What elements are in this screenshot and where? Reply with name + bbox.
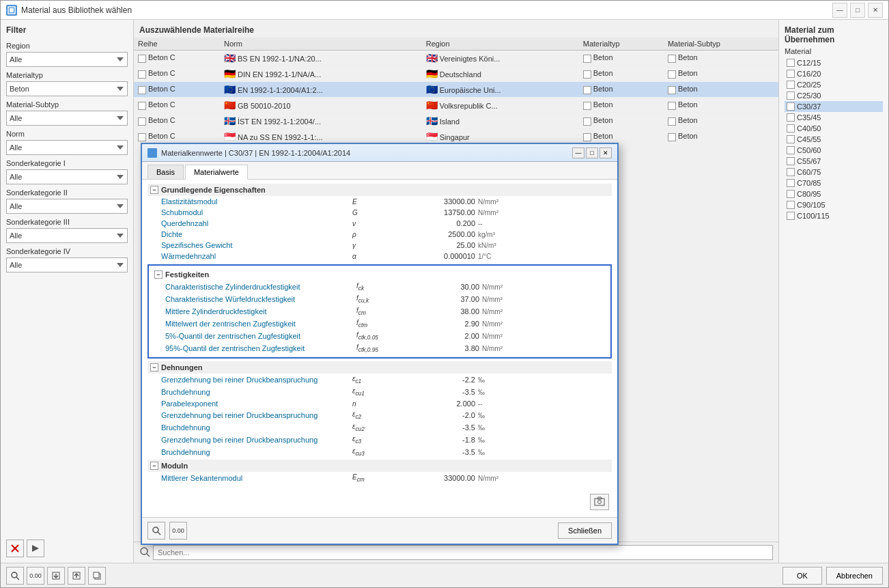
list-item[interactable]: C70/85 [785,178,883,188]
screenshot-button[interactable] [590,494,609,510]
cell-region: 🇬🇧Vereinigtes Köni... [422,51,579,66]
expand-dehnungen[interactable]: − [150,363,158,372]
minimize-button[interactable]: — [832,3,847,18]
material-list: C12/15C16/20C20/25C25/30C30/37C35/45C40/… [785,57,883,557]
section-grundlegende-rows: Elastizitätsmodul E 33000.00 N/mm² Schub… [147,196,612,262]
list-item[interactable]: C45/55 [785,134,883,145]
filter-group-sonderkategorie2: Sonderkategorie II Alle [6,188,128,214]
filter-bottom-buttons [6,534,128,557]
expand-festigkeiten[interactable]: − [154,270,163,279]
section-dehnungen-header[interactable]: − Dehnungen [147,361,612,374]
list-item[interactable]: C35/45 [785,112,883,123]
filter-region-select[interactable]: Alle [6,52,128,67]
list-item[interactable]: C50/60 [785,145,883,156]
bottom-right: OK Abbrechen [782,567,883,585]
table-row[interactable]: Beton C 🇮🇸İST EN 1992-1-1:2004/... 🇮🇸Isl… [134,113,778,129]
filter-sonderkategorie1-select[interactable]: Alle [6,169,128,184]
modal-title-left: Materialkennwerte | C30/37 | EN 1992-1-1… [147,148,350,158]
col-materialtyp: Materialtyp [579,38,664,51]
maximize-button[interactable]: □ [850,3,865,18]
filter-clear-button[interactable] [6,540,24,557]
section-moduln-rows: Mittlerer Sekantenmodul Ecm 33000.00 N/m… [147,472,612,484]
filter-norm-select[interactable]: Alle [6,140,128,155]
bottom-left: 0.00 [6,567,106,585]
modal-tabs: Basis Materialwerte [142,162,617,180]
filter-sonderkategorie2-label: Sonderkategorie II [6,188,128,197]
copy-button[interactable] [88,567,106,585]
modal-value-button[interactable]: 0.00 [169,522,187,540]
modal-bottom-left: 0.00 [147,522,187,540]
modal-close-schliessen-button[interactable]: Schließen [558,522,612,539]
filter-sonderkategorie3-select[interactable]: Alle [6,228,128,243]
modal-maximize-button[interactable]: □ [586,148,598,158]
svg-point-18 [153,527,158,533]
list-item[interactable]: C90/105 [785,199,883,210]
modal-body[interactable]: − Grundlegende Eigenschaften Elastizität… [142,180,617,517]
filter-apply-button[interactable] [27,540,44,557]
bottom-icons: 0.00 [6,567,106,585]
cell-subtyp: Beton [664,51,778,66]
filter-subtyp-label: Material-Subtyp [6,100,128,109]
row-ecu2: Bruchdehnung εcu2 -3.5 ‰ [158,421,612,434]
cell-region: 🇨🇳Volksrepublik C... [422,98,579,113]
row-ec3: Grenzdehnung bei reiner Druckbeanspruchu… [158,434,612,446]
bottom-toolbar: 0.00 OK Abbrechen [1,563,888,587]
section-moduln-header[interactable]: − Moduln [147,460,612,472]
cell-reihe: Beton C [134,98,220,113]
import-button[interactable] [47,567,65,585]
modal-search-button[interactable] [147,522,165,540]
list-item[interactable]: C30/37 [785,101,883,112]
cell-subtyp: Beton [664,113,778,129]
filter-group-region: Region Alle [6,42,128,67]
table-row[interactable]: Beton C 🇪🇺EN 1992-1-1:2004/A1:2... 🇪🇺Eur… [134,82,778,98]
svg-point-7 [12,572,17,578]
list-item[interactable]: C80/95 [785,188,883,199]
filter-sonderkategorie3-label: Sonderkategorie III [6,218,128,226]
modal-close-button[interactable]: ✕ [599,148,612,158]
table-row[interactable]: Beton C 🇩🇪DIN EN 1992-1-1/NA/A... 🇩🇪Deut… [134,66,778,82]
modal-minimize-button[interactable]: — [572,148,584,158]
list-item[interactable]: C100/115 [785,210,883,221]
modal-title-bar: Materialkennwerte | C30/37 | EN 1992-1-1… [142,144,617,162]
title-bar-left: Material aus Bibliothek wählen [6,5,132,16]
section-festigkeiten-title: Festigkeiten [165,270,209,279]
expand-moduln[interactable]: − [150,462,158,470]
tab-materialwerte[interactable]: Materialwerte [185,165,248,180]
cell-subtyp: Beton [664,98,778,113]
table-row[interactable]: Beton C 🇬🇧BS EN 1992-1-1/NA:20... 🇬🇧Vere… [134,51,778,66]
filter-sonderkategorie2-select[interactable]: Alle [6,199,128,214]
cell-subtyp: Beton [664,66,778,82]
filter-group-subtyp: Material-Subtyp Alle [6,100,128,126]
cell-subtyp: Beton [664,82,778,98]
search-input[interactable] [153,545,773,560]
list-item[interactable]: C60/75 [785,167,883,178]
list-item[interactable]: C20/25 [785,79,883,90]
cell-reihe: Beton C [134,113,220,129]
table-row[interactable]: Beton C 🇨🇳GB 50010-2010 🇨🇳Volksrepublik … [134,98,778,113]
cell-reihe: Beton C [134,51,220,66]
modal-bottom: 0.00 Schließen [142,517,617,544]
filter-sonderkategorie4-select[interactable]: Alle [6,257,128,272]
search-bottom-button[interactable] [6,567,24,585]
filter-subtyp-select[interactable]: Alle [6,111,128,126]
tab-basis[interactable]: Basis [147,165,184,179]
expand-grundlegende[interactable]: − [150,186,158,194]
filter-norm-label: Norm [6,130,128,138]
value-button[interactable]: 0.00 [27,567,44,585]
section-festigkeiten-header[interactable]: − Festigkeiten [152,268,608,281]
section-grundlegende-header[interactable]: − Grundlegende Eigenschaften [147,184,612,196]
list-item[interactable]: C16/20 [785,68,883,79]
list-item[interactable]: C40/50 [785,123,883,134]
list-item[interactable]: C25/30 [785,90,883,101]
section-moduln: − Moduln Mittlerer Sekantenmodul Ecm 330… [147,460,612,484]
title-bar-controls: — □ ✕ [832,3,883,18]
filter-materialtyp-select[interactable]: Beton [6,81,128,96]
list-item[interactable]: C55/67 [785,156,883,167]
filter-panel: Filter Region Alle Materialtyp Beton Mat… [1,20,134,563]
cancel-button[interactable]: Abbrechen [826,567,883,585]
export-button[interactable] [68,567,85,585]
ok-button[interactable]: OK [782,567,822,585]
list-item[interactable]: C12/15 [785,57,883,68]
row-mittlere-druckfestigkeit: Mittlere Zylinderdruckfestigkeit fcm 38.… [163,305,608,318]
close-button[interactable]: ✕ [868,3,883,18]
